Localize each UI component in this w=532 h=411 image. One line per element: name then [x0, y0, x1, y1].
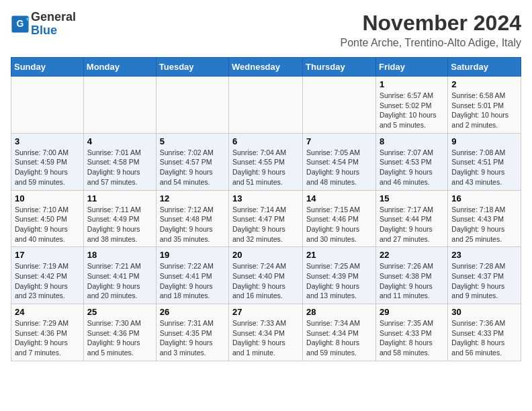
sunset-text: Sunset: 4:39 PM	[306, 272, 359, 280]
sunrise-text: Sunrise: 7:28 AM	[451, 262, 505, 270]
calendar-week-5: 24Sunrise: 7:29 AMSunset: 4:36 PMDayligh…	[11, 304, 521, 361]
sunrise-text: Sunrise: 7:01 AM	[87, 148, 141, 156]
calendar-cell: 5Sunrise: 7:02 AMSunset: 4:57 PMDaylight…	[156, 133, 228, 190]
day-info: Sunrise: 7:11 AMSunset: 4:49 PMDaylight:…	[87, 205, 152, 244]
day-number: 4	[87, 136, 152, 146]
day-number: 7	[306, 136, 372, 146]
day-number: 16	[451, 193, 517, 203]
sunset-text: Sunset: 4:59 PM	[15, 158, 67, 166]
calendar-week-1: 1Sunrise: 6:57 AMSunset: 5:02 PMDaylight…	[11, 77, 521, 134]
svg-text:G: G	[17, 18, 24, 29]
calendar-cell: 12Sunrise: 7:12 AMSunset: 4:48 PMDayligh…	[156, 190, 228, 247]
daylight-hours: Daylight: 10 hours and 2 minutes.	[451, 111, 508, 129]
day-info: Sunrise: 7:17 AMSunset: 4:44 PMDaylight:…	[380, 205, 444, 244]
daylight-hours: Daylight: 9 hours and 51 minutes.	[232, 168, 285, 186]
sunrise-text: Sunrise: 7:18 AM	[451, 205, 505, 214]
daylight-hours: Daylight: 9 hours and 9 minutes.	[451, 282, 504, 300]
calendar-cell: 9Sunrise: 7:08 AMSunset: 4:51 PMDaylight…	[448, 133, 521, 190]
header-row: Sunday Monday Tuesday Wednesday Thursday…	[11, 58, 521, 77]
calendar-cell: 20Sunrise: 7:24 AMSunset: 4:40 PMDayligh…	[229, 247, 303, 304]
sunset-text: Sunset: 4:48 PM	[160, 215, 212, 223]
logo-icon: G	[11, 15, 30, 34]
daylight-hours: Daylight: 9 hours and 46 minutes.	[380, 168, 433, 186]
sunset-text: Sunset: 4:36 PM	[15, 329, 67, 337]
daylight-hours: Daylight: 9 hours and 30 minutes.	[306, 225, 359, 243]
calendar-cell: 3Sunrise: 7:00 AMSunset: 4:59 PMDaylight…	[11, 133, 84, 190]
day-number: 3	[15, 136, 80, 146]
calendar-cell: 15Sunrise: 7:17 AMSunset: 4:44 PMDayligh…	[375, 190, 447, 247]
daylight-hours: Daylight: 10 hours and 5 minutes.	[380, 111, 437, 129]
calendar-cell: 29Sunrise: 7:35 AMSunset: 4:33 PMDayligh…	[375, 304, 447, 361]
col-sunday: Sunday	[11, 58, 84, 77]
sunrise-text: Sunrise: 7:10 AM	[15, 205, 69, 214]
calendar-cell: 16Sunrise: 7:18 AMSunset: 4:43 PMDayligh…	[448, 190, 521, 247]
page-header: G GeneralBlue November 2024 Ponte Arche,…	[11, 11, 521, 49]
day-number: 1	[380, 79, 444, 89]
calendar-header: Sunday Monday Tuesday Wednesday Thursday…	[11, 58, 521, 77]
day-number: 24	[15, 307, 80, 317]
day-info: Sunrise: 7:21 AMSunset: 4:41 PMDaylight:…	[87, 261, 152, 301]
day-info: Sunrise: 7:08 AMSunset: 4:51 PMDaylight:…	[451, 148, 517, 187]
day-number: 13	[232, 193, 299, 203]
sunset-text: Sunset: 5:01 PM	[451, 101, 504, 109]
day-number: 14	[306, 193, 372, 203]
logo: G GeneralBlue	[11, 11, 76, 38]
sunrise-text: Sunrise: 7:04 AM	[232, 148, 286, 156]
daylight-hours: Daylight: 9 hours and 27 minutes.	[380, 225, 433, 243]
sunrise-text: Sunrise: 7:12 AM	[160, 205, 214, 214]
sunset-text: Sunset: 4:58 PM	[87, 158, 140, 166]
daylight-hours: Daylight: 9 hours and 25 minutes.	[451, 225, 504, 243]
day-number: 18	[87, 250, 152, 260]
day-info: Sunrise: 7:24 AMSunset: 4:40 PMDaylight:…	[232, 261, 299, 301]
sunset-text: Sunset: 4:33 PM	[451, 329, 504, 337]
sunset-text: Sunset: 4:53 PM	[380, 158, 432, 166]
calendar-cell: 25Sunrise: 7:30 AMSunset: 4:36 PMDayligh…	[83, 304, 156, 361]
sunrise-text: Sunrise: 7:31 AM	[160, 319, 214, 327]
logo-text: GeneralBlue	[31, 11, 76, 38]
calendar-cell: 2Sunrise: 6:58 AMSunset: 5:01 PMDaylight…	[448, 77, 521, 134]
day-info: Sunrise: 7:31 AMSunset: 4:35 PMDaylight:…	[160, 318, 225, 358]
sunset-text: Sunset: 4:42 PM	[15, 272, 67, 280]
sunset-text: Sunset: 4:34 PM	[232, 329, 285, 337]
sunrise-text: Sunrise: 7:08 AM	[451, 148, 505, 156]
day-number: 26	[160, 307, 225, 317]
sunrise-text: Sunrise: 7:35 AM	[380, 319, 433, 327]
day-info: Sunrise: 7:18 AMSunset: 4:43 PMDaylight:…	[451, 205, 517, 244]
sunset-text: Sunset: 4:46 PM	[306, 215, 359, 223]
sunset-text: Sunset: 4:34 PM	[306, 329, 359, 337]
calendar-cell: 21Sunrise: 7:25 AMSunset: 4:39 PMDayligh…	[303, 247, 376, 304]
daylight-hours: Daylight: 9 hours and 7 minutes.	[15, 338, 68, 357]
sunrise-text: Sunrise: 7:14 AM	[232, 205, 286, 214]
day-number: 29	[380, 307, 444, 317]
day-info: Sunrise: 7:33 AMSunset: 4:34 PMDaylight:…	[232, 318, 299, 358]
calendar-cell: 11Sunrise: 7:11 AMSunset: 4:49 PMDayligh…	[83, 190, 156, 247]
sunset-text: Sunset: 4:41 PM	[160, 272, 212, 280]
calendar-cell: 8Sunrise: 7:07 AMSunset: 4:53 PMDaylight…	[375, 133, 447, 190]
sunset-text: Sunset: 4:35 PM	[160, 329, 212, 337]
day-number: 21	[306, 250, 372, 260]
day-info: Sunrise: 7:28 AMSunset: 4:37 PMDaylight:…	[451, 261, 517, 301]
col-saturday: Saturday	[448, 58, 521, 77]
calendar-cell: 14Sunrise: 7:15 AMSunset: 4:46 PMDayligh…	[303, 190, 376, 247]
calendar-cell: 10Sunrise: 7:10 AMSunset: 4:50 PMDayligh…	[11, 190, 84, 247]
logo-blue: Blue	[31, 24, 57, 37]
month-title: November 2024	[341, 11, 522, 36]
sunset-text: Sunset: 4:51 PM	[451, 158, 504, 166]
sunset-text: Sunset: 4:38 PM	[380, 272, 432, 280]
sunrise-text: Sunrise: 7:05 AM	[306, 148, 360, 156]
calendar-cell	[229, 77, 303, 134]
sunset-text: Sunset: 4:49 PM	[87, 215, 140, 223]
daylight-hours: Daylight: 9 hours and 20 minutes.	[87, 282, 140, 300]
daylight-hours: Daylight: 9 hours and 18 minutes.	[160, 282, 213, 300]
sunrise-text: Sunrise: 7:33 AM	[232, 319, 286, 327]
daylight-hours: Daylight: 9 hours and 1 minute.	[232, 338, 285, 357]
daylight-hours: Daylight: 9 hours and 23 minutes.	[15, 282, 68, 300]
sunrise-text: Sunrise: 7:21 AM	[87, 262, 141, 270]
col-tuesday: Tuesday	[156, 58, 228, 77]
calendar-week-4: 17Sunrise: 7:19 AMSunset: 4:42 PMDayligh…	[11, 247, 521, 304]
sunset-text: Sunset: 4:41 PM	[87, 272, 140, 280]
sunset-text: Sunset: 5:02 PM	[380, 101, 432, 109]
calendar-body: 1Sunrise: 6:57 AMSunset: 5:02 PMDaylight…	[11, 77, 521, 361]
calendar-cell	[156, 77, 228, 134]
calendar-cell: 26Sunrise: 7:31 AMSunset: 4:35 PMDayligh…	[156, 304, 228, 361]
